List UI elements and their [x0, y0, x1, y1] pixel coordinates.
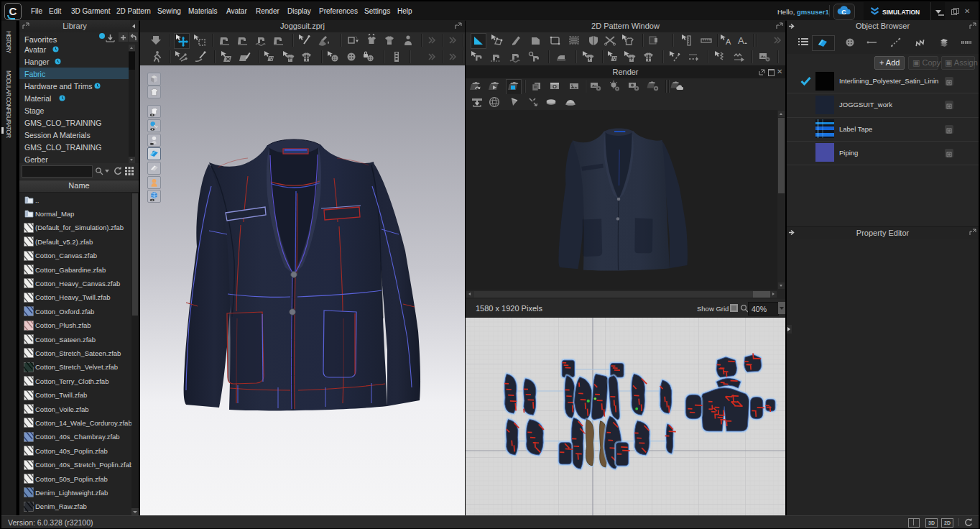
svg-text:C: C	[841, 9, 846, 16]
svg-text:A: A	[726, 37, 731, 46]
svg-text:A: A	[738, 35, 744, 46]
